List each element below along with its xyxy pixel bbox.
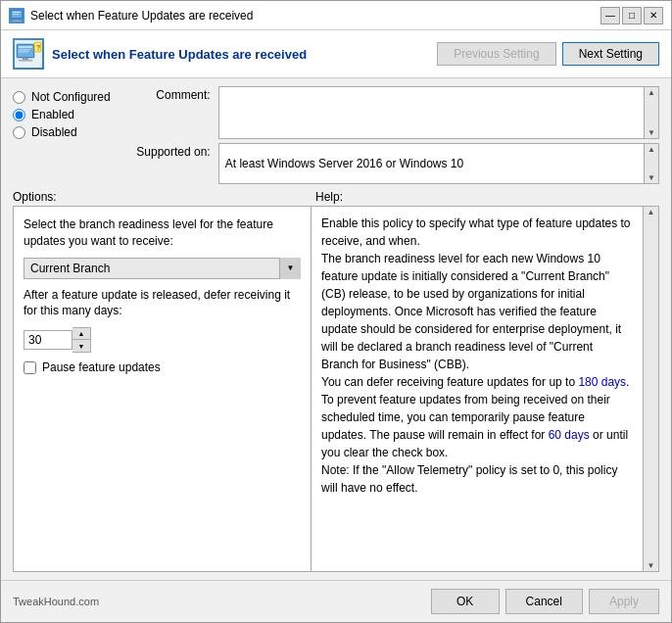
header-left: ? Select when Feature Updates are receiv… — [13, 38, 307, 70]
defer-days-input[interactable] — [24, 330, 72, 350]
minimize-button[interactable]: — — [600, 7, 620, 24]
supported-label: Supported on: — [122, 143, 211, 159]
enabled-row: Enabled — [13, 108, 111, 121]
svg-rect-10 — [19, 49, 30, 51]
branch-select[interactable]: Current Branch Current Branch for Busine… — [24, 258, 301, 279]
bottom-bar: TweakHound.com OK Cancel Apply — [1, 580, 671, 622]
svg-rect-9 — [19, 46, 32, 48]
comment-label: Comment: — [122, 86, 211, 102]
help-para-5: Note: If the "Allow Telemetry" policy is… — [321, 461, 633, 497]
pause-checkbox[interactable] — [24, 361, 36, 374]
svg-rect-11 — [19, 51, 28, 53]
help-para-4: To prevent feature updates from being re… — [321, 391, 633, 461]
help-scroll-up-icon: ▲ — [648, 208, 655, 216]
help-content: Enable this policy to specify what type … — [312, 207, 643, 571]
svg-rect-13 — [19, 60, 32, 62]
help-header: Help: — [312, 190, 659, 204]
defer-description: After a feature update is released, defe… — [24, 287, 301, 320]
comment-scrollbar: ▲ ▼ — [644, 86, 659, 139]
brand-text: TweakHound.com — [13, 596, 99, 607]
svg-rect-3 — [13, 14, 19, 15]
enabled-label[interactable]: Enabled — [31, 108, 74, 121]
next-setting-button[interactable]: Next Setting — [562, 42, 659, 66]
spinner-up-button[interactable]: ▲ — [72, 328, 90, 340]
disabled-row: Disabled — [13, 125, 111, 139]
close-button[interactable]: ✕ — [644, 7, 663, 24]
spinner-buttons: ▲ ▼ — [72, 327, 91, 353]
not-configured-label[interactable]: Not Configured — [31, 90, 111, 104]
comment-textarea[interactable] — [218, 86, 644, 139]
options-header: Options: — [13, 190, 312, 204]
help-para-1: Enable this policy to specify what type … — [321, 215, 633, 250]
pause-label[interactable]: Pause feature updates — [42, 360, 161, 374]
window-icon — [9, 8, 24, 24]
help-panel: Enable this policy to specify what type … — [312, 206, 659, 572]
svg-text:?: ? — [36, 44, 40, 51]
not-configured-row: Not Configured — [13, 90, 111, 104]
apply-button[interactable]: Apply — [589, 589, 659, 614]
supported-scroll-up-icon: ▲ — [648, 145, 655, 154]
disabled-radio[interactable] — [13, 126, 25, 139]
column-headers: Options: Help: — [13, 190, 659, 204]
window-controls: — □ ✕ — [600, 7, 663, 24]
comment-field: Comment: ▲ ▼ — [122, 86, 659, 139]
header-section: ? Select when Feature Updates are receiv… — [1, 30, 671, 78]
header-icon: ? — [13, 38, 44, 70]
radio-section: Not Configured Enabled Disabled — [13, 86, 111, 176]
help-scroll-down-icon: ▼ — [648, 561, 655, 570]
content-area: Not Configured Enabled Disabled Comment: — [1, 78, 671, 580]
supported-content: At least Windows Server 2016 or Windows … — [218, 143, 659, 184]
cancel-button[interactable]: Cancel — [505, 589, 583, 614]
supported-text: At least Windows Server 2016 or Windows … — [218, 143, 644, 184]
help-para-3: You can defer receiving feature updates … — [321, 373, 633, 391]
prev-setting-button[interactable]: Previous Setting — [437, 42, 555, 66]
supported-scrollbar: ▲ ▼ — [644, 143, 659, 184]
svg-rect-12 — [23, 58, 28, 60]
help-scrollbar: ▲ ▼ — [643, 207, 658, 571]
main-window: Select when Feature Updates are received… — [0, 0, 672, 623]
ok-button[interactable]: OK — [431, 589, 500, 614]
window-title: Select when Feature Updates are received — [30, 9, 600, 23]
supported-field: Supported on: At least Windows Server 20… — [122, 143, 659, 184]
scroll-down-icon: ▼ — [648, 128, 655, 137]
highlight-60-days: 60 days — [549, 428, 590, 442]
pause-row: Pause feature updates — [24, 360, 301, 374]
spinner-down-button[interactable]: ▼ — [72, 340, 90, 352]
main-columns: Select the branch readiness level for th… — [13, 206, 659, 572]
branch-dropdown-container: Current Branch Current Branch for Busine… — [24, 258, 301, 279]
svg-rect-2 — [13, 12, 21, 13]
options-description: Select the branch readiness level for th… — [24, 216, 301, 250]
supported-scroll-down-icon: ▼ — [648, 173, 655, 182]
disabled-label[interactable]: Disabled — [31, 125, 77, 139]
header-title: Select when Feature Updates are received — [52, 47, 307, 62]
scroll-up-icon: ▲ — [648, 88, 655, 97]
bottom-buttons: OK Cancel Apply — [431, 589, 659, 614]
title-bar: Select when Feature Updates are received… — [1, 1, 671, 30]
svg-rect-5 — [12, 21, 22, 22]
defer-days-input-container: ▲ ▼ — [24, 327, 92, 353]
highlight-180-days: 180 days — [578, 375, 626, 389]
not-configured-radio[interactable] — [13, 91, 25, 104]
comment-content: ▲ ▼ — [218, 86, 659, 139]
help-para-2: The branch readiness level for each new … — [321, 250, 633, 373]
maximize-button[interactable]: □ — [622, 7, 642, 24]
nav-buttons: Previous Setting Next Setting — [437, 42, 659, 66]
options-panel: Select the branch readiness level for th… — [13, 206, 312, 572]
enabled-radio[interactable] — [13, 109, 25, 121]
